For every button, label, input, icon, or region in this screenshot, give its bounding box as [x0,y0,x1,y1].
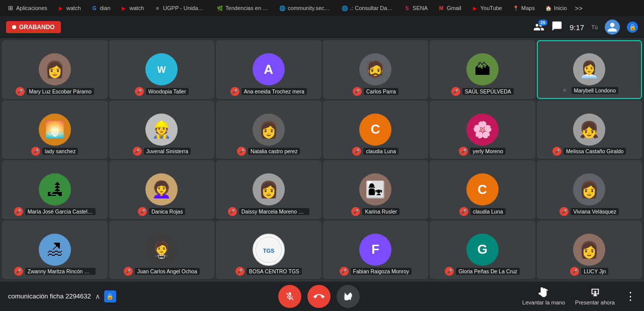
woodopia-logo: W [149,57,174,82]
name-bar: 🎤 claudia Luna [430,207,535,216]
avatar-photo: 👩 [573,234,605,266]
participant-name: Ana eneida Trochez mera [242,88,307,95]
video-tile: 👩 🎤 LUCY Jjn [537,221,642,279]
avatar-letter: A [253,53,285,85]
mute-icon: 🎤 [16,87,25,96]
google-icon: G [91,5,98,12]
bottom-bar: comunicación ficha 2294632 ∧ 🔒 Levantar … [0,281,644,311]
shield-icon: 🔒 [104,290,116,302]
video-tile: 👩 🎤 Mary Luz Escobar Páramo [2,40,108,99]
avatar-photo: 🏔 [466,53,499,85]
tab-label: Tendencias en bebi... [225,5,269,11]
sena-icon: S [404,5,411,12]
avatar-photo: 🧔 [359,53,391,85]
video-tile: W 🎤 Woodopia Taller [109,40,215,99]
end-call-button[interactable] [307,285,331,308]
tab-label: .: Consultar Datos... [350,5,393,11]
participant-name: yerly Moreno [470,148,506,155]
tgs-logo: TGS [255,236,282,263]
mute-icon: 🎤 [230,87,239,96]
participant-name: Natalia castro perez [248,148,300,155]
chat-button[interactable] [551,21,562,34]
participant-name: Daissy Marcela Moreno G... [239,208,309,215]
camera-button[interactable] [337,285,360,308]
video-tile: 🧔 🎤 Carlos Parra [323,40,429,99]
video-tile: C 🎤 claudia Luna [430,160,535,219]
name-bar: 🎤 yerly Moreno [430,147,535,156]
video-tile: F 🎤 Fabian Raigoza Monroy [323,221,429,279]
mute-icon: 🎤 [235,267,245,276]
tab-youtube[interactable]: ▶ YouTube [467,4,506,13]
raise-hand-button[interactable]: Levantar la mano [522,287,565,305]
more-options-button[interactable]: ⋮ [625,290,636,303]
mute-icon: 🎤 [552,147,561,156]
participant-name: Fabian Raigoza Monroy [351,268,412,275]
meeting-info: comunicación ficha 2294632 ∧ 🔒 [8,290,116,302]
participant-name: BOSA CENTRO TGS [247,268,302,275]
mute-icon: 🎤 [451,87,460,96]
mute-icon: 🎤 [353,87,362,96]
home-icon: 🏠 [545,5,552,12]
tab-maps[interactable]: 📍 Maps [508,4,539,13]
participant-name: Woodopia Taller [146,88,189,95]
participant-name: María José García Castella... [25,208,96,215]
header: GRABANDO 25 9:17 Tú 🔒 [0,16,644,38]
video-tile: 👩 🎤 Natalia castro perez [216,100,321,159]
more-tabs-button[interactable]: >> [573,5,585,12]
tab-watch-2[interactable]: ▶ watch [116,4,148,13]
video-tile: 👩‍👧 🎤 Karina Rusler [323,160,429,219]
tab-label: SENA [413,5,428,11]
extra-controls: Levantar la mano Presentar ahora ⋮ [522,287,636,305]
video-tile: 🏔 🎤 SAÚL SEPÚLVEDA [430,40,535,99]
name-bar: 🎤 Carlos Parra [323,87,429,96]
mute-icon: 🎤 [237,147,246,156]
leaf-icon: 🌿 [216,5,223,12]
video-tile: TGS 🎤 BOSA CENTRO TGS [216,221,321,279]
name-bar: 🎤 Zwanny Maritza Rincón He... [2,267,108,276]
participant-name: Marybell Londono [572,87,618,94]
avatar-photo: 👩 [253,173,285,205]
tab-label: community.secop.g... [288,5,331,11]
tab-aplicaciones[interactable]: ⊞ Aplicaciones [3,4,51,13]
tab-gmail[interactable]: M Gmail [434,4,465,13]
avatar-photo: 🌅 [39,114,71,146]
tab-ugpp[interactable]: ≡ UGPP - Unidad de... [150,4,210,13]
camera-off-icon [343,291,353,301]
mute-icon: 🎤 [352,147,361,156]
participant-name: claudia Luna [363,148,398,155]
name-bar: 🎤 SAÚL SEPÚLVEDA [430,87,535,96]
tab-inicio[interactable]: 🏠 Inicio [541,4,571,13]
mute-button[interactable] [278,285,301,308]
tab-sena[interactable]: S SENA [399,4,432,13]
video-grid: 👩 🎤 Mary Luz Escobar Páramo W 🎤 Woodopia… [0,38,644,281]
video-tile: 👩 🎤 Daissy Marcela Moreno G... [216,160,321,219]
youtube-icon: ▶ [57,5,64,12]
avatar-photo: 🤵 [145,234,178,266]
tab-label: Maps [521,5,535,11]
tab-dian[interactable]: G dian [87,4,115,13]
participants-button[interactable]: 25 [533,22,544,33]
avatar-logo-tgs: TGS [253,234,285,266]
tab-tendencias[interactable]: 🌿 Tendencias en bebi... [212,4,273,13]
expand-button[interactable]: ∧ [95,292,100,300]
tab-secop[interactable]: 🌐 community.secop.g... [275,4,335,13]
name-bar: 🎤 Gloria Peñas De La Cruz [430,267,535,276]
security-button[interactable]: 🔒 [627,22,638,33]
tab-watch-1[interactable]: ▶ watch [53,4,85,13]
youtube-icon: ▶ [120,5,127,12]
avatar-letter: F [359,234,391,266]
tab-label: Gmail [447,5,461,11]
mute-icon: 🎤 [570,267,579,276]
mute-icon: 🎤 [228,207,237,216]
participants-count: 25 [538,20,547,26]
name-bar: 🎤 Natalia castro perez [216,147,321,156]
name-bar: 🎤 Danica Rojas [109,207,215,216]
tab-consultar[interactable]: 🌐 .: Consultar Datos... [337,4,397,13]
avatar-photo: 👷 [145,114,178,146]
name-bar: 🎤 BOSA CENTRO TGS [216,267,321,276]
header-controls: 25 9:17 Tú 🔒 [533,20,638,35]
avatar-photo: 👩‍💼 [573,53,605,85]
name-bar: 🎤 Daissy Marcela Moreno G... [216,207,321,216]
mute-icon: 🎤 [340,267,349,276]
present-now-button[interactable]: Presentar ahora [575,287,615,305]
